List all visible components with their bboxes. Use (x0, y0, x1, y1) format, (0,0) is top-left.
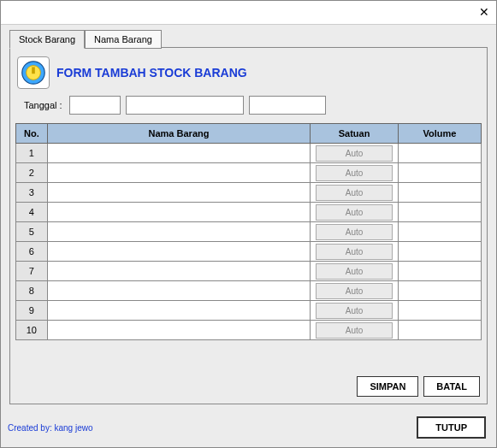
nama-barang-input[interactable] (48, 144, 311, 162)
stock-table-wrap: No. Nama Barang Satuan Volume 1Auto2Auto… (15, 123, 482, 340)
satuan-auto-button: Auto (316, 283, 393, 299)
satuan-auto-button: Auto (316, 165, 393, 181)
logo-icon (17, 56, 50, 89)
form-title: FORM TAMBAH STOCK BARANG (56, 66, 247, 80)
satuan-auto-button: Auto (316, 185, 393, 201)
nama-barang-input[interactable] (48, 203, 311, 221)
app-window: ✕ Stock Barang Nama Barang FORM TAMBAH S… (0, 0, 497, 448)
table-row: 10Auto (16, 321, 482, 340)
nama-barang-input[interactable] (48, 262, 311, 280)
table-row: 2Auto (16, 163, 482, 183)
volume-input[interactable] (399, 144, 481, 162)
satuan-auto-button: Auto (316, 303, 393, 319)
table-row: 8Auto (16, 281, 482, 301)
table-row: 6Auto (16, 242, 482, 262)
volume-input[interactable] (399, 301, 481, 320)
volume-input[interactable] (399, 222, 481, 241)
row-number: 10 (16, 321, 48, 340)
volume-input[interactable] (399, 242, 481, 261)
satuan-auto-button: Auto (316, 145, 393, 162)
row-number: 4 (16, 203, 48, 222)
batal-button[interactable]: BATAL (423, 376, 480, 397)
volume-input[interactable] (399, 183, 481, 202)
nama-barang-input[interactable] (48, 222, 311, 241)
col-header-satuan: Satuan (311, 124, 399, 144)
nama-barang-input[interactable] (48, 183, 311, 202)
tutup-button[interactable]: TUTUP (417, 416, 486, 439)
close-icon[interactable]: ✕ (479, 5, 489, 19)
volume-input[interactable] (399, 163, 481, 182)
row-number: 8 (16, 281, 48, 301)
nama-barang-input[interactable] (48, 301, 311, 320)
col-header-nama: Nama Barang (47, 124, 311, 144)
tab-nama-barang[interactable]: Nama Barang (85, 30, 162, 49)
table-row: 3Auto (16, 183, 482, 203)
date-input-3[interactable] (249, 96, 326, 115)
tab-panel: FORM TAMBAH STOCK BARANG Tanggal : No. N… (9, 47, 488, 404)
date-label: Tanggal : (24, 100, 62, 110)
nama-barang-input[interactable] (48, 242, 311, 261)
table-row: 1Auto (16, 144, 482, 163)
form-header: FORM TAMBAH STOCK BARANG (10, 48, 487, 94)
row-number: 6 (16, 242, 48, 262)
satuan-auto-button: Auto (316, 224, 393, 240)
volume-input[interactable] (399, 262, 481, 280)
satuan-auto-button: Auto (316, 263, 393, 280)
satuan-auto-button: Auto (316, 244, 393, 260)
satuan-auto-button: Auto (316, 322, 393, 339)
simpan-button[interactable]: SIMPAN (357, 376, 418, 397)
table-row: 5Auto (16, 222, 482, 242)
date-row: Tanggal : (10, 94, 487, 123)
col-header-volume: Volume (398, 124, 481, 144)
stock-table: No. Nama Barang Satuan Volume 1Auto2Auto… (15, 123, 482, 340)
nama-barang-input[interactable] (48, 321, 311, 339)
volume-input[interactable] (399, 281, 481, 300)
row-number: 9 (16, 301, 48, 321)
form-button-row: SIMPAN BATAL (357, 376, 480, 397)
date-input-2[interactable] (126, 96, 244, 115)
titlebar: ✕ (1, 1, 496, 25)
row-number: 7 (16, 262, 48, 281)
row-number: 3 (16, 183, 48, 203)
volume-input[interactable] (399, 321, 481, 339)
row-number: 2 (16, 163, 48, 183)
footer: Created by: kang jewo TUTUP (8, 416, 489, 439)
date-input-1[interactable] (69, 96, 121, 115)
row-number: 1 (16, 144, 48, 163)
table-row: 4Auto (16, 203, 482, 222)
tab-stock-barang[interactable]: Stock Barang (9, 30, 85, 49)
credit-text: Created by: kang jewo (8, 423, 93, 433)
table-row: 9Auto (16, 301, 482, 321)
table-row: 7Auto (16, 262, 482, 281)
svg-rect-2 (32, 67, 35, 74)
satuan-auto-button: Auto (316, 204, 393, 221)
row-number: 5 (16, 222, 48, 242)
nama-barang-input[interactable] (48, 281, 311, 300)
volume-input[interactable] (399, 203, 481, 221)
nama-barang-input[interactable] (48, 163, 311, 182)
col-header-no: No. (16, 124, 48, 144)
tab-strip: Stock Barang Nama Barang (9, 30, 162, 49)
